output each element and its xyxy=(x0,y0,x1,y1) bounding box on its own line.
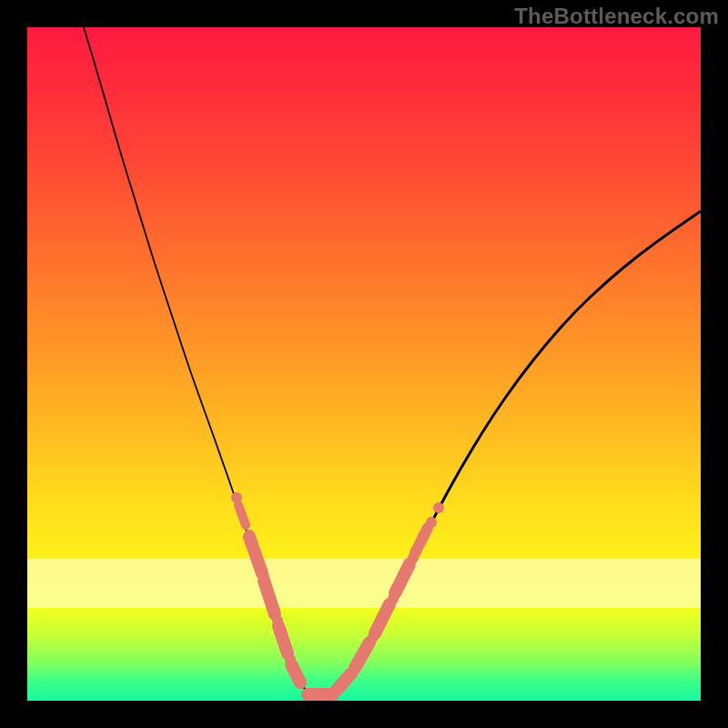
chart-frame: TheBottleneck.com xyxy=(0,0,728,728)
highlight-dot xyxy=(426,517,437,528)
highlight-segment xyxy=(249,537,262,573)
highlight-dot xyxy=(285,654,296,665)
highlight-dot xyxy=(329,687,339,698)
highlight-dot xyxy=(368,632,379,642)
highlight-segment xyxy=(238,505,246,525)
highlight-dot xyxy=(388,593,399,604)
curve-layer xyxy=(27,27,701,701)
highlight-markers xyxy=(231,492,444,698)
watermark-text: TheBottleneck.com xyxy=(514,4,719,29)
highlight-segment xyxy=(291,664,300,682)
highlight-segment xyxy=(415,528,428,553)
highlight-segment xyxy=(395,564,410,593)
highlight-dot xyxy=(408,552,419,563)
bottleneck-curve-left xyxy=(84,27,317,696)
highlight-dot xyxy=(258,571,269,582)
highlight-dot xyxy=(231,492,242,503)
highlight-segment xyxy=(375,604,389,633)
highlight-dot xyxy=(349,663,360,674)
highlight-dot xyxy=(244,530,255,541)
plot-area xyxy=(27,27,701,701)
highlight-segment xyxy=(264,581,275,614)
highlight-dot xyxy=(272,615,283,626)
highlight-segment xyxy=(278,626,288,653)
highlight-dot xyxy=(433,502,444,513)
highlight-segment xyxy=(337,673,351,690)
